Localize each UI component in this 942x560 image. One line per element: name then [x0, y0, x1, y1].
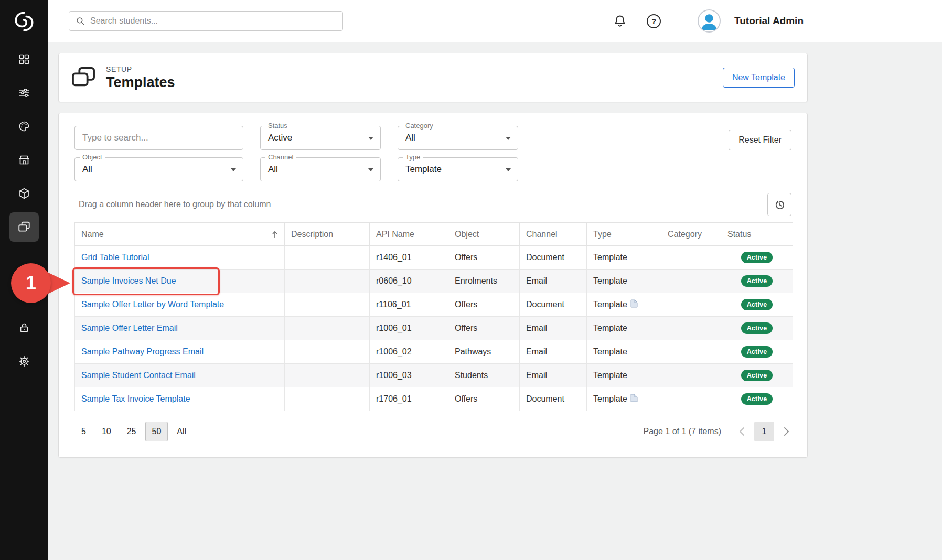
cell-description	[285, 364, 370, 387]
sidebar-item-templates[interactable]	[0, 210, 48, 244]
search-icon	[76, 16, 85, 26]
cube-icon	[18, 187, 30, 200]
sidebar-item-design[interactable]	[0, 110, 48, 143]
cell-object: Pathways	[448, 340, 520, 364]
column-header-description[interactable]: Description	[285, 223, 370, 246]
new-template-button[interactable]: New Template	[723, 68, 795, 88]
status-filter-select[interactable]: Status Active	[260, 126, 381, 150]
user-menu[interactable]: Tutorial Admin	[678, 9, 804, 33]
cell-api-name: r1006_01	[370, 317, 448, 340]
page-size-25[interactable]: 25	[120, 422, 143, 441]
help-button[interactable]: ?	[644, 11, 664, 31]
sidebar-item-automation[interactable]	[0, 277, 48, 311]
page-size-10[interactable]: 10	[95, 422, 118, 441]
template-link[interactable]: Sample Pathway Progress Email	[81, 347, 204, 356]
type-filter-value: Template	[405, 164, 442, 175]
chevron-left-icon	[739, 427, 745, 436]
template-link[interactable]: Sample Tax Invoice Template	[81, 394, 190, 403]
template-link[interactable]: Sample Offer Letter by Word Template	[81, 300, 224, 309]
reset-layout-button[interactable]	[767, 193, 791, 216]
reset-filter-button[interactable]: Reset Filter	[729, 130, 791, 150]
sidebar-item-settings[interactable]	[0, 344, 48, 378]
breadcrumb-eyebrow: SETUP	[106, 65, 175, 73]
table-row[interactable]: Sample Offer Letter by Word Template r11…	[75, 293, 793, 317]
category-filter-value: All	[405, 133, 415, 143]
group-panel-hint: Drag a column header here to group by th…	[74, 200, 271, 209]
template-link[interactable]: Sample Student Contact Email	[81, 371, 196, 380]
cell-type: Template	[587, 246, 661, 270]
cell-object: Offers	[448, 246, 520, 270]
bell-icon	[613, 14, 627, 28]
status-badge: Active	[741, 275, 773, 287]
global-search[interactable]	[69, 11, 343, 31]
status-badge: Active	[741, 393, 773, 405]
cell-channel: Email	[520, 364, 587, 387]
cell-channel: Document	[520, 293, 587, 317]
next-page-button[interactable]	[782, 425, 791, 438]
column-header-name[interactable]: Name	[75, 223, 285, 246]
templates-panel: Status Active Category All Object All	[58, 113, 808, 458]
template-link[interactable]: Sample Offer Letter Email	[81, 324, 178, 332]
cell-api-name: r1406_01	[370, 246, 448, 270]
templates-icon	[17, 220, 31, 234]
sidebar-item-dashboard[interactable]	[0, 42, 48, 76]
type-filter-select[interactable]: Type Template	[398, 157, 518, 181]
lock-icon	[18, 321, 30, 334]
avatar	[698, 9, 721, 33]
filter-bar: Status Active Category All Object All	[74, 126, 791, 181]
search-input[interactable]	[90, 16, 336, 26]
cell-status: Active	[721, 270, 793, 293]
cell-category	[661, 317, 721, 340]
page-size-all[interactable]: All	[170, 422, 193, 441]
cell-type: Template	[587, 364, 661, 387]
cell-description	[285, 293, 370, 317]
avatar-icon	[699, 10, 720, 31]
table-row[interactable]: Sample Offer Letter Email r1006_01 Offer…	[75, 317, 793, 340]
topbar: ? Tutorial Admin	[48, 0, 942, 42]
column-header-category[interactable]: Category	[661, 223, 721, 246]
sidebar-item-store[interactable]	[0, 143, 48, 177]
template-link[interactable]: Grid Table Tutorial	[81, 253, 149, 262]
cell-channel: Email	[520, 317, 587, 340]
object-filter-select[interactable]: Object All	[74, 157, 243, 181]
sidebar-item-security[interactable]	[0, 311, 48, 344]
cell-category	[661, 387, 721, 411]
table-row[interactable]: Sample Pathway Progress Email r1006_02 P…	[75, 340, 793, 364]
sidebar-item-controls[interactable]	[0, 76, 48, 110]
status-badge: Active	[741, 346, 773, 358]
channel-filter-select[interactable]: Channel All	[260, 157, 381, 181]
cell-description	[285, 317, 370, 340]
page-size-5[interactable]: 5	[74, 422, 93, 441]
app-logo[interactable]	[0, 0, 48, 42]
cell-api-name: r1706_01	[370, 387, 448, 411]
cell-api-name: r1006_02	[370, 340, 448, 364]
column-header-api-name[interactable]: API Name	[370, 223, 448, 246]
column-header-object[interactable]: Object	[448, 223, 520, 246]
notifications-button[interactable]	[610, 11, 630, 31]
status-badge: Active	[741, 370, 773, 381]
category-filter-select[interactable]: Category All	[398, 126, 518, 150]
column-header-channel[interactable]: Channel	[520, 223, 587, 246]
previous-page-button[interactable]	[737, 425, 747, 438]
sidebar-item-products[interactable]	[0, 177, 48, 210]
filter-search-input[interactable]	[74, 126, 243, 150]
cell-name: Sample Tax Invoice Template	[75, 387, 285, 411]
page-number-button[interactable]: 1	[754, 422, 774, 441]
robot-icon	[18, 288, 30, 300]
table-row[interactable]: Grid Table Tutorial r1406_01 Offers Docu…	[75, 246, 793, 270]
table-row[interactable]: Sample Student Contact Email r1006_03 St…	[75, 364, 793, 387]
column-header-type[interactable]: Type	[587, 223, 661, 246]
table-row[interactable]: Sample Invoices Net Due r0606_10 Enrolme…	[75, 270, 793, 293]
type-filter-label: Type	[403, 153, 423, 161]
cell-type: Template	[587, 293, 661, 317]
template-link[interactable]: Sample Invoices Net Due	[81, 276, 176, 285]
cell-category	[661, 270, 721, 293]
document-icon	[630, 394, 638, 404]
reset-layout-icon	[774, 199, 786, 211]
cell-api-name: r1106_01	[370, 293, 448, 317]
cell-name: Sample Student Contact Email	[75, 364, 285, 387]
column-header-status[interactable]: Status	[721, 223, 793, 246]
page-size-50[interactable]: 50	[145, 422, 168, 441]
cell-status: Active	[721, 246, 793, 270]
table-row[interactable]: Sample Tax Invoice Template r1706_01 Off…	[75, 387, 793, 411]
